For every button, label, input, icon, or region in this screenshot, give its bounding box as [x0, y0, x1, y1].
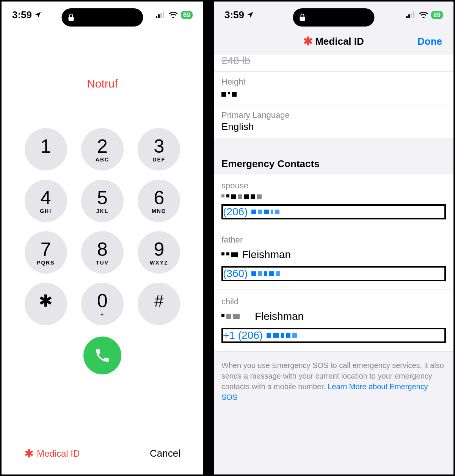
- language-field: Primary Language English: [214, 105, 453, 138]
- key-8[interactable]: 8TUV: [81, 231, 124, 274]
- svg-rect-9: [413, 11, 414, 18]
- emergency-contacts-header: Emergency Contacts: [214, 152, 453, 174]
- svg-rect-0: [69, 17, 74, 21]
- status-bar: 3:59 69: [2, 2, 203, 28]
- language-value: English: [221, 121, 446, 133]
- dynamic-island: [293, 8, 375, 27]
- redacted-icon: [251, 210, 279, 214]
- battery-badge: 69: [181, 11, 193, 19]
- cellular-icon: [406, 11, 416, 18]
- redacted-icon: [221, 314, 240, 319]
- redacted-icon: [267, 333, 297, 338]
- key-3[interactable]: 3DEF: [138, 128, 180, 171]
- key-2[interactable]: 2ABC: [81, 128, 124, 171]
- medical-id-label: Medical ID: [37, 448, 80, 459]
- language-label: Primary Language: [221, 110, 446, 120]
- emergency-call-label: Notruf: [2, 77, 203, 90]
- redacted-icon: [251, 271, 280, 276]
- cellular-icon: [156, 11, 166, 18]
- cancel-button[interactable]: Cancel: [150, 448, 180, 459]
- svg-rect-5: [300, 17, 305, 21]
- key-4[interactable]: 4GHI: [25, 180, 67, 222]
- contact-phone[interactable]: +1 (206): [221, 328, 446, 343]
- phone-icon: [94, 347, 111, 364]
- location-icon: [34, 11, 42, 19]
- location-icon: [246, 11, 254, 19]
- asterisk-icon: ✱: [24, 448, 34, 459]
- contact-child: child Fleishman +1 (206): [214, 290, 453, 352]
- contact-relation: spouse: [221, 181, 446, 191]
- svg-rect-7: [408, 14, 410, 18]
- contact-name: Fleishman: [221, 249, 446, 261]
- contact-phone[interactable]: (360): [221, 266, 446, 281]
- height-value: [221, 88, 446, 99]
- redacted-icon: [221, 92, 237, 97]
- contact-name: Fleishman: [221, 310, 446, 323]
- contact-father: father Fleishman (360): [214, 228, 453, 290]
- lock-icon: [68, 13, 75, 22]
- weight-row-partial: 248 lb: [214, 55, 453, 72]
- call-button[interactable]: [83, 337, 121, 374]
- contact-relation: father: [221, 235, 446, 245]
- dynamic-island: [62, 8, 143, 27]
- svg-rect-3: [160, 13, 162, 18]
- medical-id-screen: 3:59 69 ✱ Medical ID Do: [212, 0, 455, 476]
- contact-phone[interactable]: (206): [221, 204, 446, 219]
- asterisk-icon: ✱: [303, 36, 313, 47]
- status-bar: 3:59 69: [214, 2, 453, 28]
- key-7[interactable]: 7PQRS: [25, 231, 67, 274]
- svg-rect-2: [158, 14, 160, 18]
- medical-id-button[interactable]: ✱ Medical ID: [24, 448, 80, 459]
- key-star[interactable]: ✱: [25, 283, 67, 325]
- battery-badge: 69: [431, 11, 443, 19]
- svg-rect-6: [406, 16, 408, 18]
- redacted-icon: [221, 252, 238, 257]
- done-button[interactable]: Done: [417, 36, 442, 47]
- key-6[interactable]: 6MNO: [138, 180, 180, 222]
- key-9[interactable]: 9WXYZ: [138, 231, 180, 274]
- key-hash[interactable]: #: [138, 283, 180, 325]
- nav-bar: ✱ Medical ID Done: [214, 28, 453, 55]
- nav-title: ✱ Medical ID: [303, 36, 364, 47]
- svg-rect-4: [163, 11, 164, 18]
- keypad: 1 2ABC 3DEF 4GHI 5JKL 6MNO 7PQRS 8TUV 9W…: [23, 128, 182, 325]
- wifi-icon: [419, 11, 428, 18]
- status-time: 3:59: [224, 9, 244, 21]
- height-field: Height: [214, 72, 453, 105]
- sos-note: When you use Emergency SOS to call emerg…: [214, 352, 453, 411]
- redacted-icon: [221, 194, 262, 199]
- key-1[interactable]: 1: [25, 128, 67, 171]
- svg-rect-8: [411, 13, 412, 18]
- key-0[interactable]: 0+: [81, 283, 124, 325]
- svg-rect-1: [156, 16, 157, 18]
- status-time: 3:59: [12, 9, 32, 21]
- key-5[interactable]: 5JKL: [81, 180, 124, 222]
- contact-name: [221, 194, 446, 199]
- height-label: Height: [221, 77, 446, 87]
- lock-icon: [299, 13, 306, 22]
- keypad-screen: 3:59 69 Notruf 1 2ABC 3DEF 4GH: [0, 0, 205, 476]
- contact-spouse: spouse (206): [214, 174, 453, 228]
- contact-relation: child: [221, 297, 446, 307]
- medical-id-content[interactable]: 248 lb Height Primary Language English E…: [214, 55, 453, 411]
- wifi-icon: [169, 11, 178, 18]
